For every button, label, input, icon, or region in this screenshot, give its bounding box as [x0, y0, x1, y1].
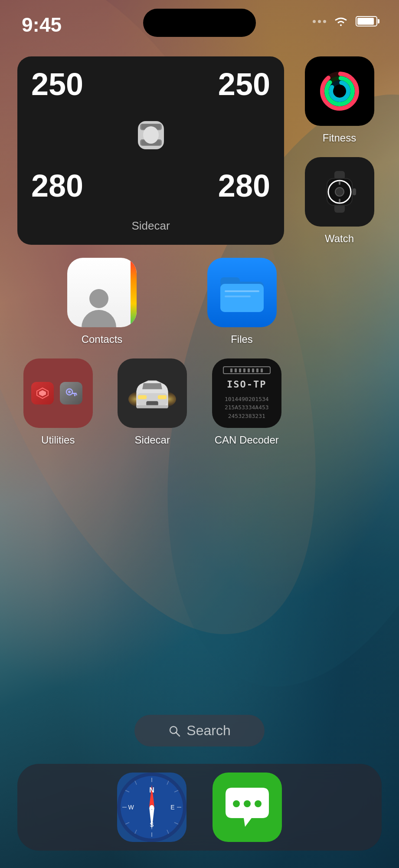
contacts-label: Contacts — [82, 333, 123, 345]
status-icons — [313, 15, 377, 28]
svg-rect-24 — [225, 290, 259, 292]
can-decoder-icon-img: ISO-TP 1014490201534 215A53334A453 24532… — [212, 358, 281, 428]
files-app[interactable]: Files — [200, 258, 284, 345]
svg-rect-30 — [72, 393, 77, 394]
dot-1 — [313, 20, 316, 23]
svg-rect-19 — [339, 199, 340, 202]
svg-rect-25 — [225, 296, 251, 297]
search-text: Search — [186, 723, 230, 739]
watch-icon-img — [305, 157, 374, 227]
utilities-label: Utilities — [41, 434, 75, 446]
sidecar-widget-label: Sidecar — [31, 219, 270, 233]
can-decoder-app[interactable]: ISO-TP 1014490201534 215A53334A453 24532… — [206, 358, 288, 446]
can-protocol: ISO-TP — [227, 379, 266, 390]
svg-text:N: N — [149, 786, 154, 794]
svg-rect-37 — [158, 395, 167, 399]
watch-label: Watch — [325, 233, 354, 245]
svg-point-5 — [143, 126, 159, 144]
utilities-icon-img — [23, 358, 93, 428]
dot-2 — [318, 20, 321, 23]
svg-rect-20 — [353, 188, 356, 195]
svg-point-17 — [335, 187, 344, 196]
utilities-app[interactable]: Utilities — [17, 358, 99, 446]
wifi-icon — [332, 15, 350, 28]
battery-icon — [356, 16, 377, 26]
watch-app[interactable]: Watch — [297, 157, 382, 245]
svg-line-41 — [176, 733, 180, 736]
sidecar-bl: 280 — [31, 170, 83, 201]
fitness-app[interactable]: Fitness — [297, 56, 382, 144]
sidecar-small-icon-img — [118, 358, 187, 428]
svg-rect-18 — [339, 181, 340, 185]
sidecar-br: 280 — [218, 170, 270, 201]
svg-point-29 — [68, 391, 71, 393]
svg-text:S: S — [150, 821, 154, 828]
svg-point-64 — [233, 800, 240, 807]
empty-slot — [301, 358, 382, 446]
contacts-icon-img — [67, 258, 137, 327]
can-data2: 215A53334A453 — [225, 403, 269, 412]
search-bar[interactable]: Search — [134, 715, 265, 746]
can-decoder-label: CAN Decoder — [215, 434, 279, 446]
svg-rect-39 — [137, 405, 168, 408]
safari-icon-img: N S E W — [117, 773, 186, 842]
contacts-app[interactable]: Contacts — [17, 258, 186, 345]
messages-app[interactable] — [213, 773, 282, 842]
sidecar-top-row: 250 250 — [31, 69, 270, 100]
dot-3 — [323, 20, 326, 23]
sidecar-widget[interactable]: 250 250 280 280 — [17, 56, 284, 245]
messages-icon-img — [213, 773, 282, 842]
can-data1: 1014490201534 — [225, 395, 269, 404]
svg-text:W: W — [128, 804, 134, 811]
svg-text:E: E — [170, 804, 174, 811]
safari-app[interactable]: N S E W — [117, 773, 186, 842]
svg-rect-32 — [76, 394, 77, 395]
dock: N S E W — [17, 764, 382, 851]
search-pill[interactable]: Search — [134, 715, 265, 746]
signal-dots — [313, 20, 326, 23]
files-label: Files — [231, 333, 253, 345]
sidecar-car — [31, 118, 270, 152]
sidecar-small-label: Sidecar — [135, 434, 170, 446]
svg-rect-31 — [74, 394, 75, 396]
battery-fill — [357, 18, 374, 25]
fitness-icon — [305, 56, 374, 126]
fitness-label: Fitness — [323, 132, 356, 144]
svg-point-66 — [255, 800, 262, 807]
files-icon-img — [207, 258, 277, 327]
home-content: 250 250 280 280 — [0, 56, 399, 446]
svg-rect-36 — [138, 395, 147, 399]
can-data3: 24532383231 — [225, 412, 269, 421]
svg-point-65 — [244, 800, 251, 807]
sidecar-bottom-row: 280 280 — [31, 170, 270, 201]
svg-marker-27 — [39, 390, 46, 396]
sidecar-small-app[interactable]: Sidecar — [112, 358, 193, 446]
svg-rect-23 — [220, 284, 264, 312]
svg-point-58 — [150, 805, 154, 809]
sidecar-tl: 250 — [31, 69, 83, 100]
search-icon — [168, 725, 180, 737]
sidecar-tr: 250 — [218, 69, 270, 100]
dynamic-island — [143, 9, 256, 37]
